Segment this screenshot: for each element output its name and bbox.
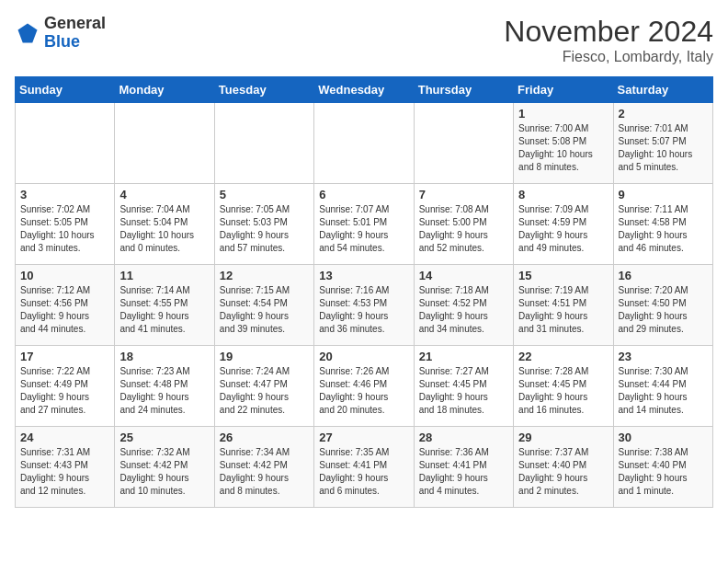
day-cell: 25Sunrise: 7:32 AM Sunset: 4:42 PM Dayli… xyxy=(115,427,214,508)
day-number: 21 xyxy=(419,350,508,363)
day-cell xyxy=(214,103,313,184)
day-number: 25 xyxy=(119,431,209,444)
day-info: Sunrise: 7:30 AM Sunset: 4:44 PM Dayligh… xyxy=(619,365,708,417)
day-info: Sunrise: 7:08 AM Sunset: 5:00 PM Dayligh… xyxy=(419,203,508,255)
day-number: 11 xyxy=(119,269,209,282)
day-cell: 27Sunrise: 7:35 AM Sunset: 4:41 PM Dayli… xyxy=(314,427,414,508)
day-number: 9 xyxy=(619,188,708,201)
day-cell: 14Sunrise: 7:18 AM Sunset: 4:52 PM Dayli… xyxy=(414,265,513,346)
day-info: Sunrise: 7:16 AM Sunset: 4:53 PM Dayligh… xyxy=(319,284,408,336)
day-cell: 21Sunrise: 7:27 AM Sunset: 4:45 PM Dayli… xyxy=(414,346,513,427)
day-info: Sunrise: 7:22 AM Sunset: 4:49 PM Dayligh… xyxy=(20,365,109,417)
day-cell: 6Sunrise: 7:07 AM Sunset: 5:01 PM Daylig… xyxy=(314,184,414,265)
day-cell xyxy=(115,103,214,184)
day-info: Sunrise: 7:27 AM Sunset: 4:45 PM Dayligh… xyxy=(419,365,508,417)
day-info: Sunrise: 7:24 AM Sunset: 4:47 PM Dayligh… xyxy=(220,365,309,417)
day-number: 29 xyxy=(518,431,608,444)
day-number: 18 xyxy=(119,350,209,363)
day-cell xyxy=(16,103,115,184)
day-number: 6 xyxy=(319,188,408,201)
day-info: Sunrise: 7:28 AM Sunset: 4:45 PM Dayligh… xyxy=(518,365,608,417)
day-info: Sunrise: 7:31 AM Sunset: 4:43 PM Dayligh… xyxy=(20,446,109,498)
month-title: November 2024 xyxy=(504,15,713,49)
day-info: Sunrise: 7:38 AM Sunset: 4:40 PM Dayligh… xyxy=(619,446,708,498)
day-cell: 19Sunrise: 7:24 AM Sunset: 4:47 PM Dayli… xyxy=(214,346,313,427)
day-number: 16 xyxy=(619,269,708,282)
day-number: 1 xyxy=(518,107,608,121)
day-info: Sunrise: 7:15 AM Sunset: 4:54 PM Dayligh… xyxy=(220,284,309,336)
day-cell: 23Sunrise: 7:30 AM Sunset: 4:44 PM Dayli… xyxy=(613,346,712,427)
day-info: Sunrise: 7:34 AM Sunset: 4:42 PM Dayligh… xyxy=(220,446,309,498)
day-info: Sunrise: 7:07 AM Sunset: 5:01 PM Dayligh… xyxy=(319,203,408,255)
day-info: Sunrise: 7:14 AM Sunset: 4:55 PM Dayligh… xyxy=(119,284,209,336)
day-cell xyxy=(314,103,414,184)
day-cell: 15Sunrise: 7:19 AM Sunset: 4:51 PM Dayli… xyxy=(514,265,613,346)
day-cell: 13Sunrise: 7:16 AM Sunset: 4:53 PM Dayli… xyxy=(314,265,414,346)
logo: General Blue xyxy=(15,15,106,52)
day-cell: 16Sunrise: 7:20 AM Sunset: 4:50 PM Dayli… xyxy=(613,265,712,346)
day-number: 20 xyxy=(319,350,408,363)
day-cell: 10Sunrise: 7:12 AM Sunset: 4:56 PM Dayli… xyxy=(16,265,115,346)
day-cell: 24Sunrise: 7:31 AM Sunset: 4:43 PM Dayli… xyxy=(16,427,115,508)
svg-marker-0 xyxy=(18,23,38,42)
day-info: Sunrise: 7:01 AM Sunset: 5:07 PM Dayligh… xyxy=(619,122,708,174)
col-header-thursday: Thursday xyxy=(414,77,513,103)
day-number: 19 xyxy=(220,350,309,363)
day-info: Sunrise: 7:36 AM Sunset: 4:41 PM Dayligh… xyxy=(419,446,508,498)
day-number: 12 xyxy=(220,269,309,282)
col-header-wednesday: Wednesday xyxy=(314,77,414,103)
day-number: 7 xyxy=(419,188,508,201)
day-number: 17 xyxy=(20,350,109,363)
day-number: 30 xyxy=(619,431,708,444)
day-number: 4 xyxy=(119,188,209,201)
day-info: Sunrise: 7:00 AM Sunset: 5:08 PM Dayligh… xyxy=(518,122,608,174)
day-cell: 29Sunrise: 7:37 AM Sunset: 4:40 PM Dayli… xyxy=(514,427,613,508)
day-cell: 20Sunrise: 7:26 AM Sunset: 4:46 PM Dayli… xyxy=(314,346,414,427)
day-info: Sunrise: 7:11 AM Sunset: 4:58 PM Dayligh… xyxy=(619,203,708,255)
day-cell: 18Sunrise: 7:23 AM Sunset: 4:48 PM Dayli… xyxy=(115,346,214,427)
day-info: Sunrise: 7:23 AM Sunset: 4:48 PM Dayligh… xyxy=(119,365,209,417)
day-info: Sunrise: 7:09 AM Sunset: 4:59 PM Dayligh… xyxy=(518,203,608,255)
day-number: 8 xyxy=(518,188,608,201)
day-cell: 17Sunrise: 7:22 AM Sunset: 4:49 PM Dayli… xyxy=(16,346,115,427)
day-cell: 28Sunrise: 7:36 AM Sunset: 4:41 PM Dayli… xyxy=(414,427,513,508)
day-info: Sunrise: 7:37 AM Sunset: 4:40 PM Dayligh… xyxy=(518,446,608,498)
day-cell: 2Sunrise: 7:01 AM Sunset: 5:07 PM Daylig… xyxy=(613,103,712,184)
day-cell: 9Sunrise: 7:11 AM Sunset: 4:58 PM Daylig… xyxy=(613,184,712,265)
col-header-friday: Friday xyxy=(514,77,613,103)
day-cell: 22Sunrise: 7:28 AM Sunset: 4:45 PM Dayli… xyxy=(514,346,613,427)
week-row-4: 17Sunrise: 7:22 AM Sunset: 4:49 PM Dayli… xyxy=(16,346,713,427)
location-subtitle: Fiesco, Lombardy, Italy xyxy=(504,49,713,65)
day-cell: 12Sunrise: 7:15 AM Sunset: 4:54 PM Dayli… xyxy=(214,265,313,346)
day-info: Sunrise: 7:05 AM Sunset: 5:03 PM Dayligh… xyxy=(220,203,309,255)
day-cell: 5Sunrise: 7:05 AM Sunset: 5:03 PM Daylig… xyxy=(214,184,313,265)
day-number: 27 xyxy=(319,431,408,444)
day-cell: 3Sunrise: 7:02 AM Sunset: 5:05 PM Daylig… xyxy=(16,184,115,265)
page-header: General Blue November 2024 Fiesco, Lomba… xyxy=(15,15,713,65)
day-info: Sunrise: 7:20 AM Sunset: 4:50 PM Dayligh… xyxy=(619,284,708,336)
day-number: 15 xyxy=(518,269,608,282)
logo-text: General Blue xyxy=(44,15,106,52)
day-info: Sunrise: 7:12 AM Sunset: 4:56 PM Dayligh… xyxy=(20,284,109,336)
logo-icon xyxy=(15,20,40,46)
day-cell: 30Sunrise: 7:38 AM Sunset: 4:40 PM Dayli… xyxy=(613,427,712,508)
week-row-3: 10Sunrise: 7:12 AM Sunset: 4:56 PM Dayli… xyxy=(16,265,713,346)
day-number: 23 xyxy=(619,350,708,363)
day-number: 13 xyxy=(319,269,408,282)
day-number: 2 xyxy=(619,107,708,121)
day-info: Sunrise: 7:26 AM Sunset: 4:46 PM Dayligh… xyxy=(319,365,408,417)
day-info: Sunrise: 7:32 AM Sunset: 4:42 PM Dayligh… xyxy=(119,446,209,498)
day-info: Sunrise: 7:02 AM Sunset: 5:05 PM Dayligh… xyxy=(20,203,109,255)
day-number: 28 xyxy=(419,431,508,444)
col-header-saturday: Saturday xyxy=(613,77,712,103)
day-cell: 1Sunrise: 7:00 AM Sunset: 5:08 PM Daylig… xyxy=(514,103,613,184)
week-row-2: 3Sunrise: 7:02 AM Sunset: 5:05 PM Daylig… xyxy=(16,184,713,265)
calendar-header: SundayMondayTuesdayWednesdayThursdayFrid… xyxy=(16,77,713,103)
day-number: 14 xyxy=(419,269,508,282)
day-number: 10 xyxy=(20,269,109,282)
day-info: Sunrise: 7:19 AM Sunset: 4:51 PM Dayligh… xyxy=(518,284,608,336)
day-cell xyxy=(414,103,513,184)
col-header-tuesday: Tuesday xyxy=(214,77,313,103)
day-number: 5 xyxy=(220,188,309,201)
day-number: 22 xyxy=(518,350,608,363)
